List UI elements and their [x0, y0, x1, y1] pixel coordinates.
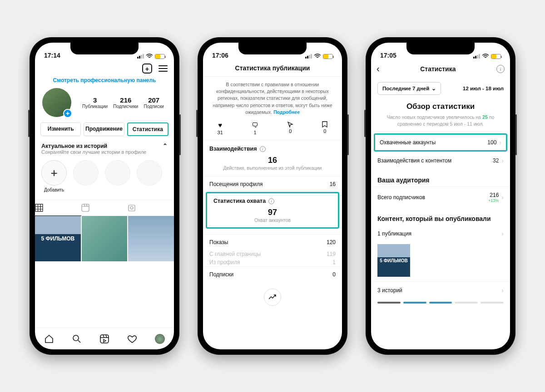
menu-button[interactable] — [159, 65, 168, 72]
privacy-notice: В соответствии с правилами в отношении к… — [203, 77, 342, 118]
create-post-button[interactable]: + — [142, 64, 152, 74]
audience-heading: Ваша аудитория — [371, 169, 510, 186]
heart-icon: ♥ — [218, 121, 223, 129]
highlight-placeholder — [105, 160, 130, 192]
chevron-down-icon: ⌄ — [431, 85, 436, 92]
metric-saves: 0 — [322, 121, 327, 135]
post-thumb[interactable]: 5 ФИЛЬМОВ — [35, 216, 81, 261]
learn-more-link[interactable]: Подробнее — [273, 109, 300, 115]
row-profile-visits: Посещения профиля16 — [203, 176, 342, 192]
nav-profile[interactable] — [155, 334, 165, 344]
tab-tagged[interactable] — [128, 200, 174, 216]
row-follows: Подписки0 — [203, 266, 342, 282]
row-total-followers[interactable]: Всего подписчиков 216 +13% › — [371, 186, 510, 208]
chevron-right-icon: › — [501, 194, 504, 201]
info-icon[interactable]: i — [268, 198, 274, 204]
row-accounts-reached[interactable]: Охваченные аккаунты 100› — [374, 133, 507, 152]
notch — [406, 43, 475, 54]
status-time: 17:14 — [44, 52, 60, 59]
tab-reels[interactable] — [81, 200, 128, 216]
signal-icon — [137, 54, 144, 59]
wifi-icon — [314, 54, 321, 59]
reach-title: Статистика охвата — [213, 198, 266, 204]
stat-following[interactable]: 207Подписки — [144, 96, 164, 109]
date-range-selector[interactable]: Последние 7 дней ⌄ — [377, 82, 441, 95]
statistics-button[interactable]: Статистика — [127, 122, 168, 136]
info-icon[interactable]: i — [496, 65, 505, 73]
chevron-right-icon: › — [501, 157, 504, 164]
post-thumb[interactable] — [128, 216, 174, 261]
promote-chart-button[interactable] — [264, 289, 281, 306]
svg-rect-0 — [35, 204, 43, 211]
phone-post-insights: 17:06 Статистика публикации В соответств… — [198, 37, 347, 355]
post-thumb[interactable] — [82, 216, 128, 261]
avatar[interactable]: + — [42, 88, 71, 117]
reach-sub: Охват аккаунтов — [207, 217, 338, 223]
stories-progress — [371, 299, 510, 310]
nav-reels[interactable] — [99, 334, 109, 344]
svg-point-4 — [73, 335, 79, 341]
signal-icon — [305, 54, 312, 59]
status-time: 17:06 — [212, 52, 228, 59]
metric-likes: ♥31 — [218, 121, 223, 135]
trend-icon — [268, 294, 277, 300]
screen: 17:14 + Смотреть профессиональную панель… — [35, 43, 174, 349]
share-icon — [287, 121, 293, 127]
row-publications[interactable]: 1 публикация › — [371, 225, 510, 242]
date-range-label: 12 июл - 18 июл — [463, 86, 504, 91]
phone-insights-overview: 17:05 ‹ Статистика i Последние 7 дней ⌄ … — [366, 37, 515, 355]
stat-posts[interactable]: 3Публикации — [82, 96, 108, 109]
page-title: Статистика — [380, 65, 496, 73]
nav-search[interactable] — [72, 334, 82, 344]
metric-comments: 🗨1 — [252, 121, 258, 135]
page-title: Статистика публикации — [203, 60, 342, 77]
metric-shares: 0 — [287, 121, 293, 135]
comment-icon: 🗨 — [252, 121, 258, 129]
nav-activity[interactable] — [127, 334, 137, 344]
edit-profile-button[interactable]: Изменить — [40, 122, 81, 136]
add-story-icon[interactable]: + — [63, 109, 72, 118]
back-button[interactable]: ‹ — [377, 64, 380, 74]
reach-section-highlight: Статистика охватаi 97 Охват аккаунтов — [206, 192, 339, 229]
content-thumbnail[interactable]: 5 ФИЛЬМОВ — [377, 244, 410, 277]
add-highlight[interactable]: +Добавить — [41, 160, 67, 192]
notch — [70, 43, 139, 54]
chevron-right-icon: › — [499, 139, 501, 146]
followers-change: +13% — [488, 198, 499, 203]
interactions-value: 16 — [203, 153, 342, 165]
chevron-right-icon: › — [501, 287, 504, 294]
info-icon[interactable]: i — [260, 146, 266, 152]
highlights-title: Актуальное из историй — [41, 143, 107, 149]
overview-summary: Число новых подписчиков увеличилось на 2… — [371, 114, 510, 133]
svg-rect-2 — [129, 205, 135, 211]
nav-home[interactable] — [44, 334, 54, 344]
highlight-placeholder — [137, 160, 162, 192]
overview-heading: Обзор статистики — [371, 101, 510, 114]
interactions-sub: Действия, выполненные из этой публикации — [203, 165, 342, 176]
row-impressions-profile: Из профиля1 — [203, 258, 342, 266]
row-impressions-home: С главной страницы119 — [203, 250, 342, 258]
screen: 17:06 Статистика публикации В соответств… — [203, 43, 342, 349]
highlights-sub: Сохраняйте свои лучшие истории в профиле — [35, 149, 174, 155]
chevron-right-icon: › — [501, 230, 504, 237]
svg-rect-1 — [82, 204, 89, 211]
chevron-up-icon[interactable]: ⌃ — [163, 142, 168, 149]
wifi-icon — [482, 54, 489, 59]
battery-icon — [491, 54, 501, 59]
row-content-interactions[interactable]: Взаимодействия с контентом 32› — [371, 152, 510, 169]
row-stories[interactable]: 3 историй › — [371, 281, 510, 299]
battery-icon — [155, 54, 165, 59]
highlight-placeholder — [73, 160, 99, 192]
tab-grid[interactable] — [35, 200, 81, 216]
wifi-icon — [146, 54, 153, 59]
pro-panel-link[interactable]: Смотреть профессиональную панель — [35, 75, 174, 88]
reach-value: 97 — [207, 205, 338, 217]
svg-point-3 — [130, 206, 133, 209]
bookmark-icon — [322, 121, 327, 127]
signal-icon — [473, 54, 480, 59]
promote-button[interactable]: Продвижение — [84, 122, 124, 136]
notch — [238, 43, 307, 54]
row-impressions: Показы120 — [203, 234, 342, 250]
stat-followers[interactable]: 216Подписчики — [113, 96, 138, 109]
status-time: 17:05 — [380, 52, 396, 59]
